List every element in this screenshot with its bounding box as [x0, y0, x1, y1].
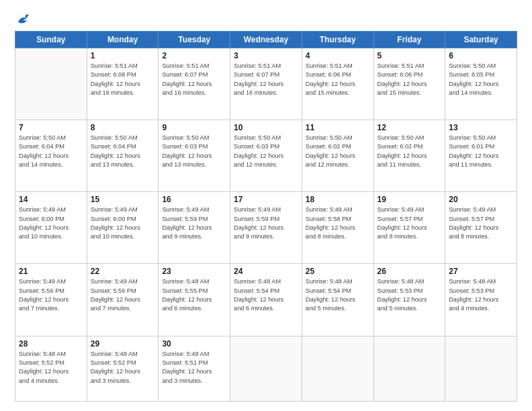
calendar-cell: 27Sunrise: 5:48 AM Sunset: 5:53 PM Dayli…: [445, 264, 517, 336]
cell-day-number: 25: [306, 267, 370, 276]
cell-info-text: Sunrise: 5:48 AM Sunset: 5:54 PM Dayligh…: [306, 277, 370, 313]
cell-info-text: Sunrise: 5:48 AM Sunset: 5:53 PM Dayligh…: [378, 277, 442, 313]
calendar-cell: 16Sunrise: 5:49 AM Sunset: 5:59 PM Dayli…: [159, 192, 230, 264]
cell-day-number: 28: [19, 339, 83, 349]
cell-info-text: Sunrise: 5:49 AM Sunset: 5:58 PM Dayligh…: [306, 205, 370, 241]
calendar-cell: 3Sunrise: 5:51 AM Sunset: 6:07 PM Daylig…: [230, 48, 302, 120]
calendar-cell: 9Sunrise: 5:50 AM Sunset: 6:03 PM Daylig…: [159, 120, 230, 192]
calendar-cell: 25Sunrise: 5:48 AM Sunset: 5:54 PM Dayli…: [302, 264, 373, 336]
calendar-cell: 10Sunrise: 5:50 AM Sunset: 6:03 PM Dayli…: [230, 120, 302, 192]
cell-day-number: 6: [449, 51, 513, 60]
logo-bird-icon: [16, 12, 31, 27]
calendar-cell: 5Sunrise: 5:51 AM Sunset: 6:06 PM Daylig…: [373, 48, 445, 120]
logo: [15, 12, 31, 24]
calendar-cell: 2Sunrise: 5:51 AM Sunset: 6:07 PM Daylig…: [159, 48, 230, 120]
cell-day-number: 14: [19, 195, 83, 204]
calendar-cell: 7Sunrise: 5:50 AM Sunset: 6:04 PM Daylig…: [15, 120, 87, 192]
cell-info-text: Sunrise: 5:48 AM Sunset: 5:52 PM Dayligh…: [19, 350, 83, 385]
calendar-cell: 30Sunrise: 5:48 AM Sunset: 5:51 PM Dayli…: [159, 336, 230, 401]
cell-day-number: 27: [449, 267, 513, 276]
cell-info-text: Sunrise: 5:48 AM Sunset: 5:52 PM Dayligh…: [91, 350, 155, 385]
calendar-cell: 20Sunrise: 5:49 AM Sunset: 5:57 PM Dayli…: [445, 192, 517, 264]
calendar-cell: 6Sunrise: 5:50 AM Sunset: 6:05 PM Daylig…: [445, 48, 517, 120]
cell-info-text: Sunrise: 5:51 AM Sunset: 6:06 PM Dayligh…: [306, 62, 370, 97]
calendar-cell: 12Sunrise: 5:50 AM Sunset: 6:02 PM Dayli…: [373, 120, 445, 192]
day-header-sunday: Sunday: [15, 32, 87, 48]
cell-day-number: 22: [91, 267, 155, 276]
cell-day-number: 21: [19, 267, 83, 276]
cell-info-text: Sunrise: 5:48 AM Sunset: 5:53 PM Dayligh…: [449, 277, 513, 313]
calendar-cell: 23Sunrise: 5:48 AM Sunset: 5:55 PM Dayli…: [159, 264, 230, 336]
cell-day-number: 18: [306, 195, 370, 204]
calendar-cell: [15, 48, 87, 120]
calendar-cell: 28Sunrise: 5:48 AM Sunset: 5:52 PM Dayli…: [15, 336, 87, 401]
cell-day-number: 19: [378, 195, 442, 204]
calendar-cell: 24Sunrise: 5:48 AM Sunset: 5:54 PM Dayli…: [230, 264, 302, 336]
calendar-cell: 4Sunrise: 5:51 AM Sunset: 6:06 PM Daylig…: [302, 48, 373, 120]
cell-day-number: 11: [306, 123, 370, 132]
calendar-cell: 11Sunrise: 5:50 AM Sunset: 6:02 PM Dayli…: [302, 120, 373, 192]
calendar-cell: 1Sunrise: 5:51 AM Sunset: 6:08 PM Daylig…: [87, 48, 159, 120]
cell-day-number: 7: [19, 123, 83, 132]
cell-day-number: 30: [162, 339, 226, 349]
calendar-cell: 29Sunrise: 5:48 AM Sunset: 5:52 PM Dayli…: [87, 336, 159, 401]
calendar-body: 1Sunrise: 5:51 AM Sunset: 6:08 PM Daylig…: [15, 48, 517, 402]
calendar-cell: [230, 336, 302, 401]
cell-info-text: Sunrise: 5:48 AM Sunset: 5:54 PM Dayligh…: [234, 277, 298, 313]
cell-info-text: Sunrise: 5:50 AM Sunset: 6:03 PM Dayligh…: [162, 134, 226, 169]
cell-day-number: 2: [162, 51, 226, 60]
calendar-cell: 21Sunrise: 5:49 AM Sunset: 5:56 PM Dayli…: [15, 264, 87, 336]
cell-info-text: Sunrise: 5:49 AM Sunset: 5:56 PM Dayligh…: [19, 277, 83, 313]
day-header-tuesday: Tuesday: [159, 32, 230, 48]
calendar-cell: 17Sunrise: 5:49 AM Sunset: 5:59 PM Dayli…: [230, 192, 302, 264]
cell-day-number: 13: [449, 123, 513, 132]
cell-day-number: 24: [234, 267, 298, 276]
calendar-cell: 14Sunrise: 5:49 AM Sunset: 6:00 PM Dayli…: [15, 192, 87, 264]
cell-day-number: 8: [91, 123, 155, 132]
cell-info-text: Sunrise: 5:51 AM Sunset: 6:07 PM Dayligh…: [234, 62, 298, 97]
cell-info-text: Sunrise: 5:48 AM Sunset: 5:51 PM Dayligh…: [162, 350, 226, 385]
calendar-cell: [445, 336, 517, 401]
cell-info-text: Sunrise: 5:49 AM Sunset: 5:59 PM Dayligh…: [162, 205, 226, 241]
cell-info-text: Sunrise: 5:49 AM Sunset: 5:57 PM Dayligh…: [449, 205, 513, 241]
cell-day-number: 3: [234, 51, 298, 60]
cell-info-text: Sunrise: 5:49 AM Sunset: 5:56 PM Dayligh…: [91, 277, 155, 313]
cell-day-number: 1: [91, 51, 155, 60]
day-header-friday: Friday: [373, 32, 445, 48]
cell-info-text: Sunrise: 5:50 AM Sunset: 6:02 PM Dayligh…: [378, 134, 442, 169]
cell-info-text: Sunrise: 5:49 AM Sunset: 5:59 PM Dayligh…: [234, 205, 298, 241]
day-header-thursday: Thursday: [302, 32, 373, 48]
cell-day-number: 12: [378, 123, 442, 132]
cell-info-text: Sunrise: 5:50 AM Sunset: 6:05 PM Dayligh…: [449, 62, 513, 97]
cell-day-number: 23: [162, 267, 226, 276]
calendar-cell: 19Sunrise: 5:49 AM Sunset: 5:57 PM Dayli…: [373, 192, 445, 264]
cell-day-number: 9: [162, 123, 226, 132]
cell-day-number: 4: [306, 51, 370, 60]
cell-day-number: 5: [378, 51, 442, 60]
calendar-cell: 8Sunrise: 5:50 AM Sunset: 6:04 PM Daylig…: [87, 120, 159, 192]
cell-day-number: 20: [449, 195, 513, 204]
cell-info-text: Sunrise: 5:50 AM Sunset: 6:03 PM Dayligh…: [234, 134, 298, 169]
calendar-cell: 18Sunrise: 5:49 AM Sunset: 5:58 PM Dayli…: [302, 192, 373, 264]
cell-info-text: Sunrise: 5:51 AM Sunset: 6:07 PM Dayligh…: [162, 62, 226, 97]
calendar-cell: 22Sunrise: 5:49 AM Sunset: 5:56 PM Dayli…: [87, 264, 159, 336]
cell-info-text: Sunrise: 5:49 AM Sunset: 6:00 PM Dayligh…: [19, 205, 83, 241]
cell-info-text: Sunrise: 5:51 AM Sunset: 6:08 PM Dayligh…: [91, 62, 155, 97]
cell-info-text: Sunrise: 5:51 AM Sunset: 6:06 PM Dayligh…: [378, 62, 442, 97]
calendar-cell: [302, 336, 373, 401]
cell-day-number: 15: [91, 195, 155, 204]
cell-info-text: Sunrise: 5:50 AM Sunset: 6:04 PM Dayligh…: [19, 134, 83, 169]
cell-info-text: Sunrise: 5:49 AM Sunset: 6:00 PM Dayligh…: [91, 205, 155, 241]
cell-info-text: Sunrise: 5:50 AM Sunset: 6:04 PM Dayligh…: [91, 134, 155, 169]
calendar-cell: 15Sunrise: 5:49 AM Sunset: 6:00 PM Dayli…: [87, 192, 159, 264]
day-header-monday: Monday: [87, 32, 159, 48]
calendar-cell: 13Sunrise: 5:50 AM Sunset: 6:01 PM Dayli…: [445, 120, 517, 192]
cell-info-text: Sunrise: 5:49 AM Sunset: 5:57 PM Dayligh…: [378, 205, 442, 241]
cell-info-text: Sunrise: 5:50 AM Sunset: 6:02 PM Dayligh…: [306, 134, 370, 169]
cell-info-text: Sunrise: 5:50 AM Sunset: 6:01 PM Dayligh…: [449, 134, 513, 169]
calendar-cell: 26Sunrise: 5:48 AM Sunset: 5:53 PM Dayli…: [373, 264, 445, 336]
calendar-cell: [373, 336, 445, 401]
calendar-table: SundayMondayTuesdayWednesdayThursdayFrid…: [15, 31, 517, 402]
day-header-saturday: Saturday: [445, 32, 517, 48]
cell-day-number: 17: [234, 195, 298, 204]
